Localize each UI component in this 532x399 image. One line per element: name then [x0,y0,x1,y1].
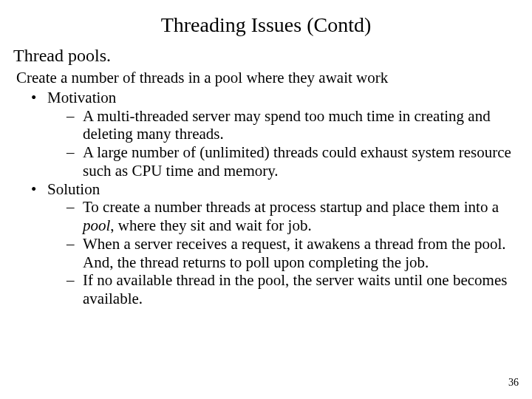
list-item: When a server receives a request, it awa… [66,235,516,272]
list-item: To create a number threads at process st… [66,198,516,235]
sub-list: To create a number threads at process st… [47,198,516,308]
section-label: Solution [47,180,100,198]
slide-title: Threading Issues (Contd) [0,0,532,41]
slide-subtitle: Thread pools. [0,41,532,67]
section-motivation: Motivation A multi-threaded server may s… [31,89,516,180]
page-number: 36 [508,377,519,389]
list-item: If no available thread in the pool, the … [66,271,516,308]
italic-text: pool [83,216,110,234]
slide-body: Create a number of threads in a pool whe… [0,69,532,308]
lead-text: Create a number of threads in a pool whe… [16,69,516,87]
section-label: Motivation [47,89,116,106]
text-fragment: , where they sit and wait for job. [110,216,311,234]
list-item: A multi-threaded server may spend too mu… [66,107,516,144]
text-fragment: To create a number threads at process st… [83,198,499,216]
list-item: A large number of (unlimited) threads co… [66,143,516,180]
section-solution: Solution To create a number threads at p… [31,180,516,308]
bullet-list: Motivation A multi-threaded server may s… [16,89,516,308]
slide: Threading Issues (Contd) Thread pools. C… [0,0,532,399]
sub-list: A multi-threaded server may spend too mu… [47,107,516,180]
